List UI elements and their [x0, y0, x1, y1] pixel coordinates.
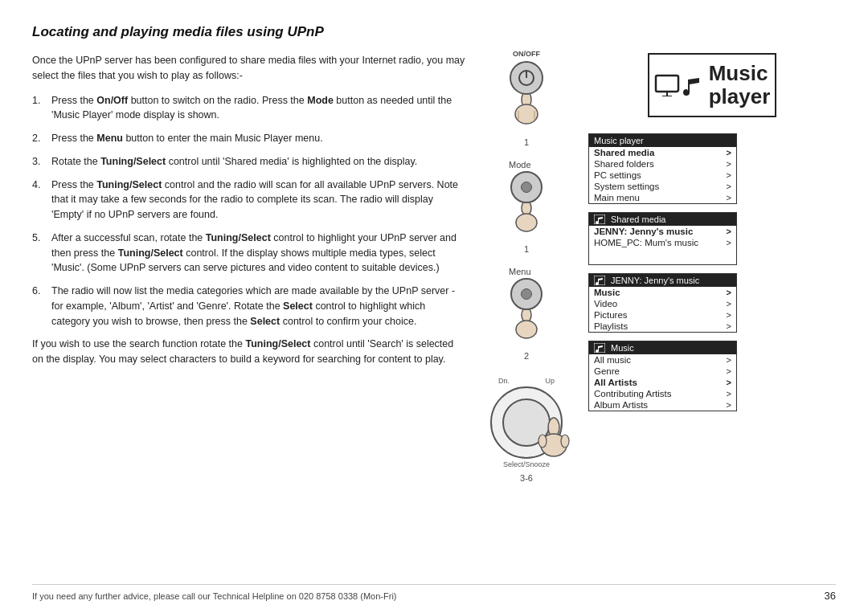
music-player-display-wrapper: Musicplayer: [588, 53, 836, 122]
page-container: Locating and playing media files using U…: [0, 0, 868, 613]
footer-text: If you need any further advice, please c…: [32, 591, 397, 601]
screen3-row-1: Video >: [589, 298, 736, 309]
screen3-row-2-label: Pictures: [594, 310, 628, 320]
screen3-row-2-arrow: >: [727, 310, 731, 320]
hand-knob-icon: [531, 413, 575, 465]
svg-point-13: [561, 435, 569, 447]
screen2-title-label: Shared media: [611, 215, 666, 224]
screen1-row-0-label: Shared media: [594, 148, 654, 157]
on-off-button-circle: [510, 61, 543, 95]
hand-press-icon: [509, 88, 544, 133]
screen1-title-label: Music player: [594, 136, 644, 145]
music-player-screen: Musicplayer: [648, 53, 776, 117]
screen4-row-3-label: Contributing Artists: [594, 389, 672, 398]
screen1-row-4: Main menu >: [589, 192, 736, 203]
screen4-row-3-arrow: >: [727, 389, 731, 398]
screen3-title: JENNY: Jenny's music: [589, 274, 736, 287]
screen3-row-1-arrow: >: [727, 299, 731, 309]
left-content: Once the UPnP server has been configured…: [32, 53, 466, 578]
step-6-text: The radio will now list the media catego…: [51, 284, 466, 329]
steps-list: 1. Press the On/Off button to switch on …: [32, 93, 466, 329]
screen1-row-2-label: PC settings: [594, 170, 641, 180]
screen2-row-0: JENNY: Jenny's music >: [589, 226, 736, 237]
screen4-row-0: All music >: [589, 354, 736, 366]
screens-col: Musicplayer Music player Shared media > …: [588, 53, 836, 578]
hand-1-icon: [509, 88, 544, 136]
screen2-music-icon: [594, 215, 605, 224]
screen4-row-4-label: Album Artists: [594, 400, 648, 410]
screen3-title-label: JENNY: Jenny's music: [611, 276, 699, 285]
screen4-title-label: Music: [611, 343, 634, 353]
screen3-row-0-label: Music: [594, 288, 620, 297]
screen2-row-1-label: HOME_PC: Mum's music: [594, 238, 698, 247]
step-6: 6. The radio will now list the media cat…: [32, 284, 466, 329]
screen1-row-2-arrow: >: [727, 170, 731, 180]
knob-diagram: Dn. Up Select/Snooze 3-6: [490, 374, 563, 483]
on-off-power-icon: [518, 69, 535, 87]
screen1-row-3: System settings >: [589, 181, 736, 192]
step-3: 3. Rotate the Tuning/Select control unti…: [32, 154, 466, 170]
screen3-row-3: Playlists >: [589, 321, 736, 332]
step-1-number: 1.: [32, 93, 45, 124]
hand-3-icon: [509, 305, 544, 349]
step-2-text: Press the Menu button to enter the main …: [51, 131, 466, 146]
menu-diagram: Menu 2: [509, 267, 544, 361]
screen2-row-0-arrow: >: [727, 227, 731, 236]
screen4-row-1-arrow: >: [727, 366, 731, 376]
screen4-row-0-arrow: >: [727, 355, 731, 365]
knob-up-label: Up: [545, 377, 555, 385]
screen4-row-0-label: All music: [594, 355, 631, 365]
step1-diagram-number: 1: [524, 137, 529, 147]
hand-menu-icon: [509, 305, 544, 347]
screen3-row-3-arrow: >: [727, 321, 731, 331]
step-5-text: After a successful scan, rotate the Tuni…: [51, 231, 466, 276]
step-2: 2. Press the Menu button to enter the ma…: [32, 131, 466, 146]
screen3-row-2: Pictures >: [589, 309, 736, 321]
screen3-row-0-arrow: >: [727, 288, 731, 297]
step-3-number: 3.: [32, 154, 45, 170]
screen3-row-0: Music >: [589, 287, 736, 298]
right-content: ON/OFF: [474, 53, 836, 578]
screen1-title: Music player: [589, 134, 736, 147]
page-number: 36: [825, 590, 836, 602]
on-off-diagram: ON/OFF: [509, 53, 544, 147]
screen4-row-4-arrow: >: [727, 400, 731, 410]
svg-point-7: [516, 214, 537, 231]
screen2-title: Shared media: [589, 213, 736, 226]
svg-point-9: [516, 321, 537, 338]
screen1-row-2: PC settings >: [589, 170, 736, 181]
page-title: Locating and playing media files using U…: [32, 24, 836, 40]
footer: If you need any further advice, please c…: [32, 584, 836, 602]
screen4-title: Music: [589, 341, 736, 354]
mode-button-circle: [510, 171, 542, 203]
screen3-row-1-label: Video: [594, 299, 617, 309]
step-4: 4. Press the Tuning/Select control and t…: [32, 178, 466, 223]
menu-label: Menu: [509, 267, 531, 276]
screen1-row-0: Shared media >: [589, 147, 736, 158]
step-1: 1. Press the On/Off button to switch on …: [32, 93, 466, 124]
tuning-knob: Dn. Up Select/Snooze: [490, 386, 563, 459]
step-5: 5. After a successful scan, rotate the T…: [32, 231, 466, 276]
screen1-row-1: Shared folders >: [589, 158, 736, 170]
hand-2-icon: [509, 198, 544, 243]
step-4-number: 4.: [32, 178, 45, 223]
on-off-label: ON/OFF: [513, 50, 540, 58]
screen2-spacer: [589, 248, 736, 264]
svg-rect-14: [656, 76, 678, 92]
screen1-row-4-label: Main menu: [594, 193, 640, 202]
intro-text: Once the UPnP server has been configured…: [32, 53, 466, 84]
step-6-number: 6.: [32, 284, 45, 329]
main-layout: Once the UPnP server has been configured…: [32, 53, 836, 578]
music-note-icon: [683, 75, 701, 96]
diagrams-col: ON/OFF: [474, 53, 579, 578]
screen2-row-1: HOME_PC: Mum's music >: [589, 237, 736, 248]
step-4-text: Press the Tuning/Select control and the …: [51, 178, 466, 223]
screen4-row-2-arrow: >: [727, 378, 731, 387]
screen1-row-3-arrow: >: [727, 182, 731, 191]
mode-diagram: Mode 1: [509, 160, 544, 254]
hand-mode-icon: [509, 198, 544, 240]
screen4-row-2-label: All Artists: [594, 378, 637, 387]
monitor-icon: [654, 74, 680, 96]
step4-diagram-number: 3-6: [520, 473, 533, 483]
screen3-music-icon: [594, 276, 605, 285]
